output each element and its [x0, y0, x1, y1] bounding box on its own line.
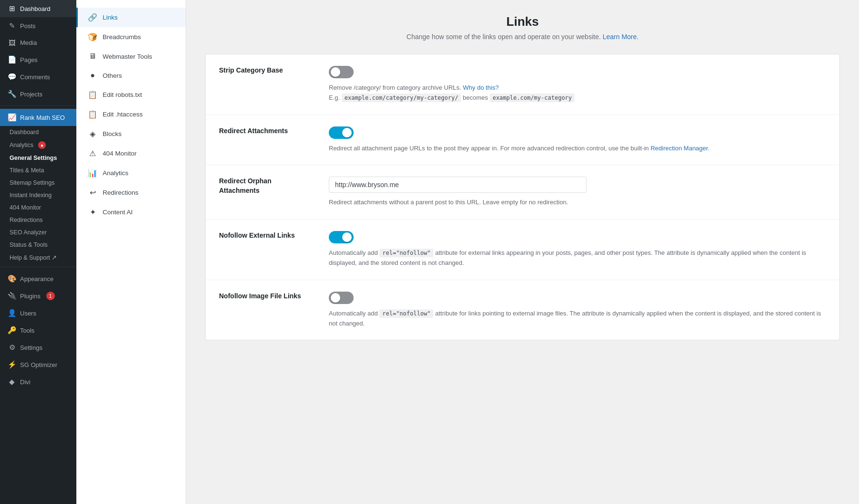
nofollow-external-label: Nofollow External Links [219, 231, 314, 241]
redirections-nav-icon: ↩ [87, 188, 98, 197]
nofollow-external-toggle-knob [342, 232, 352, 242]
page-title: Links [205, 14, 840, 29]
sidebar-item-plugins[interactable]: 🔌 Plugins 1 [0, 287, 76, 304]
submenu-item-seo-analyzer[interactable]: SEO Analyzer [0, 226, 76, 239]
rm-nav-webmaster-tools[interactable]: 🖥 Webmaster Tools [76, 47, 186, 66]
rank-math-nav: 🔗 Links 🍞 Breadcrumbs 🖥 Webmaster Tools … [76, 0, 186, 504]
rm-nav-edit-htaccess[interactable]: 📋 Edit .htaccess [76, 105, 186, 124]
divi-icon: ◆ [8, 378, 16, 386]
redirect-orphan-desc: Redirect attachments without a parent po… [329, 198, 826, 208]
rank-math-submenu: Dashboard Analytics ● General Settings T… [0, 126, 76, 264]
rank-math-icon: 📈 [8, 113, 16, 122]
submenu-item-404-monitor[interactable]: 404 Monitor [0, 201, 76, 214]
strip-category-control-col: Remove /category/ from category archive … [329, 66, 826, 103]
strip-category-toggle[interactable] [329, 66, 354, 78]
content-ai-nav-icon: ✦ [87, 208, 98, 217]
appearance-icon: 🎨 [8, 274, 16, 283]
media-icon: 🖼 [8, 39, 16, 47]
nofollow-external-toggle[interactable] [329, 231, 354, 243]
learn-more-link[interactable]: Learn More [603, 33, 637, 41]
dashboard-icon: ⊞ [8, 4, 16, 13]
webmaster-tools-nav-icon: 🖥 [87, 52, 98, 61]
nofollow-external-desc: Automatically add rel="nofollow" attribu… [329, 248, 826, 268]
redirect-attachments-label-col: Redirect Attachments [219, 126, 314, 136]
nofollow-code-1: rel="nofollow" [379, 249, 433, 257]
submenu-item-status-tools[interactable]: Status & Tools [0, 239, 76, 251]
rm-nav-404-monitor[interactable]: ⚠ 404 Monitor [76, 144, 186, 163]
strip-category-toggle-wrap [329, 66, 826, 78]
sg-optimizer-icon: ⚡ [8, 360, 16, 369]
nofollow-image-desc: Automatically add rel="nofollow" attribu… [329, 309, 826, 329]
rm-nav-content-ai[interactable]: ✦ Content AI [76, 202, 186, 222]
submenu-item-analytics[interactable]: Analytics ● [0, 138, 76, 152]
projects-icon: 🔧 [8, 90, 16, 98]
main-content: 🔗 Links 🍞 Breadcrumbs 🖥 Webmaster Tools … [76, 0, 859, 504]
sidebar-item-media[interactable]: 🖼 Media [0, 34, 76, 51]
setting-row-nofollow-external: Nofollow External Links Automatically ad… [206, 220, 839, 280]
setting-row-nofollow-image: Nofollow Image File Links Automatically … [206, 280, 839, 340]
sidebar: ⊞ Dashboard ✎ Posts 🖼 Media 📄 Pages 💬 Co… [0, 0, 76, 504]
rm-nav-blocks[interactable]: ◈ Blocks [76, 124, 186, 144]
redirection-manager-link[interactable]: Redirection Manager [650, 145, 708, 152]
submenu-item-sitemap[interactable]: Sitemap Settings [0, 177, 76, 189]
strip-category-label: Strip Category Base [219, 66, 314, 75]
rm-nav-redirections[interactable]: ↩ Redirections [76, 183, 186, 202]
settings-card: Strip Category Base Remove /category/ fr… [205, 54, 840, 340]
setting-row-redirect-attachments: Redirect Attachments Redirect all attach… [206, 115, 839, 166]
settings-content: Links Change how some of the links open … [186, 0, 859, 504]
redirect-attachments-toggle-wrap [329, 126, 826, 139]
redirect-attachments-toggle[interactable] [329, 126, 354, 139]
setting-row-strip-category-base: Strip Category Base Remove /category/ fr… [206, 54, 839, 115]
rm-nav-edit-robots[interactable]: 📋 Edit robots.txt [76, 85, 186, 105]
redirect-orphan-input[interactable] [329, 177, 587, 193]
pages-icon: 📄 [8, 55, 16, 64]
redirect-attachments-desc: Redirect all attachment page URLs to the… [329, 144, 826, 154]
sidebar-item-divi[interactable]: ◆ Divi [0, 373, 76, 390]
sidebar-item-tools[interactable]: 🔑 Tools [0, 322, 76, 339]
blocks-nav-icon: ◈ [87, 129, 98, 138]
why-do-this-link[interactable]: Why do this? [463, 84, 499, 91]
submenu-item-help-support[interactable]: Help & Support ↗ [0, 251, 76, 264]
submenu-item-dashboard[interactable]: Dashboard [0, 126, 76, 138]
sidebar-item-comments[interactable]: 💬 Comments [0, 68, 76, 85]
404-monitor-nav-icon: ⚠ [87, 149, 98, 158]
submenu-item-titles-meta[interactable]: Titles & Meta [0, 164, 76, 177]
submenu-item-redirections[interactable]: Redirections [0, 214, 76, 226]
sidebar-divider [0, 105, 76, 106]
edit-htaccess-nav-icon: 📋 [87, 110, 98, 119]
sidebar-divider-2 [0, 267, 76, 267]
sidebar-item-dashboard[interactable]: ⊞ Dashboard [0, 0, 76, 17]
rm-nav-analytics[interactable]: 📊 Analytics [76, 163, 186, 183]
nofollow-code-2: rel="nofollow" [379, 309, 433, 318]
sidebar-item-rank-math-seo[interactable]: 📈 Rank Math SEO [0, 109, 76, 126]
nofollow-external-toggle-wrap [329, 231, 826, 243]
rm-nav-breadcrumbs[interactable]: 🍞 Breadcrumbs [76, 27, 186, 47]
edit-robots-nav-icon: 📋 [87, 90, 98, 99]
redirect-attachments-toggle-knob [342, 128, 352, 137]
sidebar-item-pages[interactable]: 📄 Pages [0, 51, 76, 68]
nofollow-image-toggle-wrap [329, 292, 826, 304]
sidebar-item-projects[interactable]: 🔧 Projects [0, 85, 76, 103]
rm-nav-links[interactable]: 🔗 Links [76, 8, 186, 27]
nofollow-image-label-col: Nofollow Image File Links [219, 292, 314, 301]
category-after-code: example.com/my-category [490, 94, 575, 102]
plugins-badge: 1 [46, 292, 55, 300]
rm-nav-others[interactable]: ● Others [76, 66, 186, 85]
strip-category-toggle-knob [331, 67, 340, 77]
nofollow-external-label-col: Nofollow External Links [219, 231, 314, 241]
redirect-orphan-label-col: Redirect OrphanAttachments [219, 177, 314, 195]
comments-icon: 💬 [8, 73, 16, 81]
nofollow-image-toggle[interactable] [329, 292, 354, 304]
submenu-item-instant-indexing[interactable]: Instant Indexing [0, 189, 76, 201]
sidebar-item-sg-optimizer[interactable]: ⚡ SG Optimizer [0, 356, 76, 373]
strip-category-label-col: Strip Category Base [219, 66, 314, 75]
users-icon: 👤 [8, 309, 16, 317]
sidebar-item-settings[interactable]: ⚙ Settings [0, 339, 76, 356]
sidebar-item-users[interactable]: 👤 Users [0, 304, 76, 322]
setting-row-redirect-orphan: Redirect OrphanAttachments Redirect atta… [206, 165, 839, 220]
sidebar-item-appearance[interactable]: 🎨 Appearance [0, 270, 76, 287]
submenu-item-general-settings[interactable]: General Settings [0, 152, 76, 164]
analytics-nav-icon: 📊 [87, 168, 98, 178]
tools-icon: 🔑 [8, 326, 16, 335]
sidebar-item-posts[interactable]: ✎ Posts [0, 17, 76, 34]
